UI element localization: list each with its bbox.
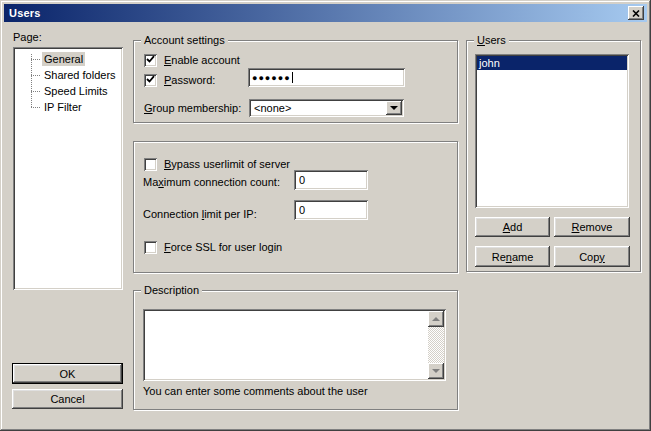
tree-item-speed-limits[interactable]: Speed Limits — [13, 83, 123, 99]
description-title: Description — [141, 284, 202, 297]
page-label: Page: — [13, 31, 42, 43]
account-settings-title: Account settings — [141, 34, 228, 47]
tree-item-ip-filter[interactable]: IP Filter — [13, 99, 123, 115]
text-caret — [292, 72, 293, 83]
bypass-userlimit-row: Bypass userlimit of server — [144, 157, 290, 171]
users-group-title: Users — [474, 34, 509, 47]
scroll-down-button[interactable] — [428, 363, 444, 379]
bypass-userlimit-label: Bypass userlimit of server — [164, 158, 290, 170]
limits-group: Bypass userlimit of server Maximum conne… — [133, 141, 458, 273]
tree-item-general[interactable]: General — [13, 51, 123, 67]
arrow-up-icon — [432, 313, 440, 321]
group-membership-select[interactable]: <none> — [249, 99, 404, 117]
enable-account-row: Enable account — [144, 53, 240, 67]
cancel-button[interactable]: Cancel — [12, 389, 123, 409]
check-icon — [146, 75, 155, 84]
users-dialog: Users Page: General Shared folders Speed… — [0, 0, 651, 431]
dropdown-button[interactable] — [386, 101, 402, 115]
force-ssl-row: Force SSL for user login — [144, 240, 282, 254]
users-group: Users john Add Remove Rename Copy — [466, 40, 641, 272]
password-dots: ●●●●●● — [252, 73, 291, 83]
page-tree[interactable]: General Shared folders Speed Limits IP F… — [13, 47, 123, 290]
description-group: Description You can enter some comments … — [133, 290, 458, 410]
ok-button[interactable]: OK — [12, 363, 123, 384]
tree-item-shared-folders[interactable]: Shared folders — [13, 67, 123, 83]
ip-limit-input[interactable] — [294, 200, 368, 220]
rename-button[interactable]: Rename — [475, 246, 550, 267]
close-button[interactable] — [628, 6, 644, 20]
force-ssl-checkbox[interactable] — [144, 241, 157, 254]
add-button[interactable]: Add — [475, 217, 550, 237]
remove-button[interactable]: Remove — [554, 217, 630, 237]
ip-limit-label: Connection limit per IP: — [143, 208, 257, 220]
group-membership-value: <none> — [254, 102, 291, 114]
group-membership-label: Group membership: — [144, 102, 241, 114]
bypass-userlimit-checkbox[interactable] — [144, 158, 157, 171]
tree-branch-line — [31, 107, 40, 108]
title-bar: Users — [4, 4, 647, 22]
copy-button[interactable]: Copy — [554, 246, 630, 267]
window-title: Users — [4, 7, 41, 19]
chevron-down-icon — [390, 106, 398, 114]
users-list[interactable]: john — [475, 54, 629, 208]
arrow-down-icon — [432, 369, 440, 377]
max-connection-label: Maximum connection count: — [143, 176, 280, 188]
force-ssl-label: Force SSL for user login — [164, 241, 282, 253]
description-textarea[interactable] — [143, 309, 446, 381]
close-icon — [632, 10, 640, 17]
account-settings-group: Account settings Enable account Password… — [133, 40, 458, 123]
description-scrollbar[interactable] — [428, 311, 444, 379]
description-hint: You can enter some comments about the us… — [143, 385, 368, 397]
password-label: Password: — [164, 74, 215, 86]
password-row: Password: — [144, 73, 215, 87]
scroll-up-button[interactable] — [428, 311, 444, 327]
check-icon — [146, 55, 155, 64]
enable-account-label: Enable account — [164, 54, 240, 66]
max-connection-input[interactable] — [294, 170, 368, 190]
tree-branch-line — [31, 91, 40, 92]
user-list-item[interactable]: john — [477, 56, 627, 70]
password-checkbox[interactable] — [144, 74, 157, 87]
tree-branch-line — [31, 75, 40, 76]
tree-branch-line — [31, 59, 40, 60]
password-field[interactable]: ●●●●●● — [248, 68, 405, 87]
enable-account-checkbox[interactable] — [144, 54, 157, 67]
